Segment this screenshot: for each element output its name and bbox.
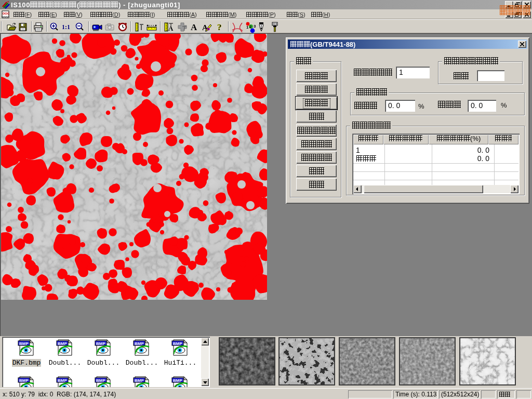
svg-text:BMP: BMP — [58, 341, 67, 346]
svg-text:?: ? — [217, 22, 222, 32]
svg-text:BMP: BMP — [135, 341, 144, 346]
svg-text:BMP: BMP — [19, 341, 29, 346]
svg-text:3: 3 — [254, 24, 256, 29]
svg-text:BMP: BMP — [58, 378, 67, 383]
svg-text:DOC: DOC — [3, 12, 10, 15]
svg-text:BMP: BMP — [173, 341, 182, 346]
svg-text:2: 2 — [249, 24, 252, 29]
svg-text:A: A — [191, 22, 197, 32]
svg-text:1: 1 — [246, 25, 249, 30]
svg-text:BMP: BMP — [96, 378, 105, 383]
svg-text:BMP: BMP — [173, 378, 182, 383]
svg-text:BMP: BMP — [135, 378, 144, 383]
svg-text:BMP: BMP — [96, 341, 105, 346]
svg-text:1:1: 1:1 — [62, 23, 70, 31]
svg-text:BMP: BMP — [19, 378, 29, 383]
